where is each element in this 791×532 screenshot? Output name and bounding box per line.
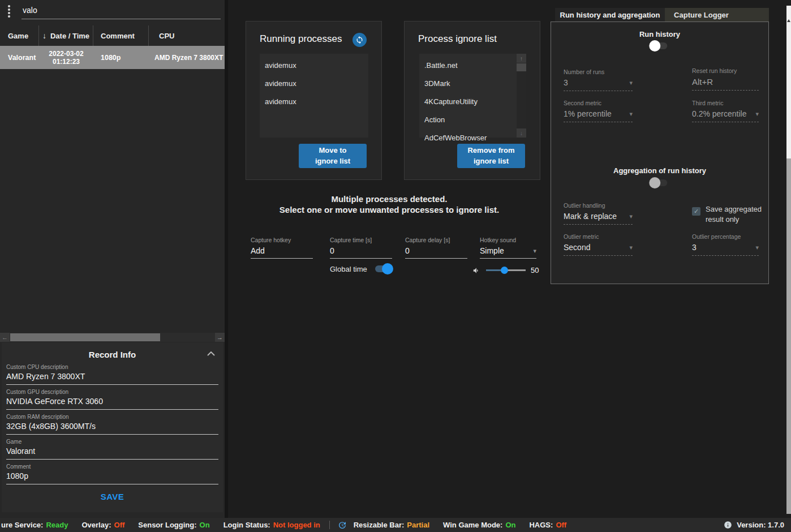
chevron-down-icon: ▾ <box>629 244 633 251</box>
row-game: Valorant <box>0 54 39 62</box>
multiple-processes-message: Multiple processes detected. Select one … <box>228 194 551 215</box>
scroll-left-icon[interactable]: ← <box>0 333 10 342</box>
capture-time-input[interactable]: 0 <box>330 246 392 259</box>
refresh-processes-button[interactable] <box>352 33 367 47</box>
second-metric-field: Second metric 1% percentile ▾ <box>564 100 633 122</box>
row-datetime: 2022-03-02 01:12:23 <box>39 50 93 66</box>
list-item[interactable]: Action <box>419 110 526 128</box>
button-label-line1: Remove from <box>461 145 522 156</box>
game-field: Game Valorant <box>6 439 218 460</box>
comment-input[interactable]: 1080p <box>6 471 218 484</box>
number-of-runs-select[interactable]: 3 ▾ <box>564 78 633 91</box>
outlier-metric-field: Outlier metric Second ▾ <box>564 233 633 256</box>
chevron-down-icon: ▾ <box>629 79 633 87</box>
chevron-down-icon: ▾ <box>629 213 633 220</box>
save-aggregated-checkbox[interactable]: ✓ <box>692 207 700 216</box>
tab-run-history-and-aggregation[interactable]: Run history and aggregation <box>555 8 665 22</box>
list-item[interactable]: 3DMark <box>419 74 526 92</box>
cpu-description-field: Custom CPU description AMD Ryzen 7 3800X… <box>6 364 218 385</box>
run-history-panel: Run history and aggregation Capture Logg… <box>551 0 769 518</box>
sync-icon <box>355 36 364 44</box>
scroll-down-icon[interactable]: ↓ <box>517 128 526 138</box>
window-scrollbar-thumb[interactable] <box>786 6 791 158</box>
status-overlay: Overlay:Off <box>81 521 124 529</box>
reset-run-history-input[interactable]: Alt+R <box>692 77 759 91</box>
status-value: Off <box>114 521 125 529</box>
outlier-metric-select[interactable]: Second ▾ <box>564 243 633 256</box>
game-input[interactable]: Valorant <box>6 447 218 460</box>
ignore-list-scrollbar-thumb[interactable] <box>517 63 526 71</box>
aggregation-title: Aggregation of run history <box>551 166 768 175</box>
capture-hotkey-label: Capture hotkey <box>251 237 313 243</box>
scroll-up-icon[interactable]: ↑ <box>517 54 526 63</box>
third-metric-select[interactable]: 0.2% percentile ▾ <box>692 109 759 122</box>
message-line2: Select one or move unwanted processes to… <box>228 204 551 215</box>
scroll-right-icon[interactable]: → <box>215 333 225 342</box>
process-ignore-list-title: Process ignore list <box>418 33 497 45</box>
row-cpu: AMD Ryzen 7 3800XT <box>149 54 225 62</box>
capture-time-field: Capture time [s] 0 <box>330 237 392 259</box>
third-metric-field: Third metric 0.2% percentile ▾ <box>692 100 759 122</box>
search-input[interactable] <box>22 3 221 19</box>
save-button[interactable]: SAVE <box>2 492 223 501</box>
reset-run-history-field: Reset run history Alt+R <box>692 67 759 91</box>
outlier-handling-select[interactable]: Mark & replace ▾ <box>564 212 633 225</box>
outlier-percentage-select[interactable]: 3 ▾ <box>692 243 759 256</box>
field-label: Custom CPU description <box>6 364 218 370</box>
window-scrollbar[interactable] <box>786 6 791 514</box>
kebab-menu-icon[interactable] <box>8 5 10 18</box>
chevron-down-icon: ▾ <box>533 247 536 255</box>
column-header-datetime[interactable]: ↓ Date / Time <box>39 25 93 46</box>
global-time-control: Global time <box>330 263 393 274</box>
status-capture-service: ure Service:Ready <box>1 521 68 529</box>
global-time-toggle[interactable] <box>374 263 393 274</box>
chevron-down-icon: ▾ <box>755 244 759 251</box>
horizontal-scrollbar[interactable]: ← → <box>0 333 225 342</box>
speaker-icon <box>472 267 480 274</box>
table-row-selected[interactable]: Valorant 2022-03-02 01:12:23 1080p AMD R… <box>0 46 225 69</box>
status-resizable-bar: Resizable Bar:Partial <box>354 521 429 529</box>
list-item[interactable]: .Battle.net <box>419 56 526 74</box>
capture-delay-field: Capture delay [s] 0 <box>405 237 467 259</box>
status-value: On <box>505 521 515 529</box>
volume-value: 50 <box>531 266 539 274</box>
horizontal-scrollbar-thumb[interactable] <box>10 333 160 341</box>
hotkey-sound-select[interactable]: Simple ▾ <box>480 246 536 259</box>
list-item[interactable]: avidemux <box>260 56 368 74</box>
collapse-chevron-icon[interactable] <box>207 351 215 356</box>
status-win-game-mode: Win Game Mode:On <box>443 521 515 529</box>
tab-strip-filler <box>738 8 769 22</box>
column-header-cpu[interactable]: CPU <box>149 25 225 46</box>
sort-desc-icon: ↓ <box>42 31 46 40</box>
ignore-list-scrollbar[interactable]: ↑ ↓ <box>517 54 526 138</box>
column-header-game[interactable]: Game <box>0 25 39 46</box>
number-of-runs-field: Number of runs 3 ▾ <box>564 68 633 91</box>
cpu-description-input[interactable]: AMD Ryzen 7 3800XT <box>6 372 218 385</box>
process-ignore-list-card: Process ignore list .Battle.net 3DMark 4… <box>404 21 540 180</box>
volume-slider-thumb[interactable] <box>501 267 508 274</box>
process-selection-area: Running processes avidemux avidemux avid… <box>228 0 551 518</box>
list-item[interactable]: 4KCaptureUtility <box>419 92 526 110</box>
gpu-description-input[interactable]: NVIDIA GeForce RTX 3060 <box>6 397 218 410</box>
second-metric-select[interactable]: 1% percentile ▾ <box>564 109 633 122</box>
message-line1: Multiple processes detected. <box>228 194 551 204</box>
running-processes-card: Running processes avidemux avidemux avid… <box>246 21 382 180</box>
gpu-description-field: Custom GPU description NVIDIA GeForce RT… <box>6 389 218 410</box>
capture-delay-input[interactable]: 0 <box>405 246 467 259</box>
move-to-ignore-list-button[interactable]: Move to ignore list <box>299 144 367 168</box>
run-history-toggle[interactable] <box>649 40 668 52</box>
volume-slider[interactable] <box>486 267 526 274</box>
update-clock-icon[interactable] <box>338 521 347 530</box>
capture-hotkey-input[interactable]: Add <box>251 246 313 259</box>
column-header-comment[interactable]: Comment <box>93 25 149 46</box>
status-value: Ready <box>46 521 68 529</box>
tab-capture-logger[interactable]: Capture Logger <box>665 8 738 22</box>
list-item[interactable]: avidemux <box>260 74 368 92</box>
records-table-header: Game ↓ Date / Time Comment CPU <box>0 25 225 46</box>
remove-from-ignore-list-button[interactable]: Remove from ignore list <box>457 144 525 168</box>
list-item[interactable]: avidemux <box>260 92 368 110</box>
ram-description-input[interactable]: 32GB (4x8GB) 3600MT/s <box>6 422 218 435</box>
hotkey-sound-volume-control: 50 <box>472 266 539 274</box>
aggregation-toggle[interactable] <box>649 177 668 188</box>
record-info-section: Record Info Custom CPU description AMD R… <box>2 342 223 512</box>
